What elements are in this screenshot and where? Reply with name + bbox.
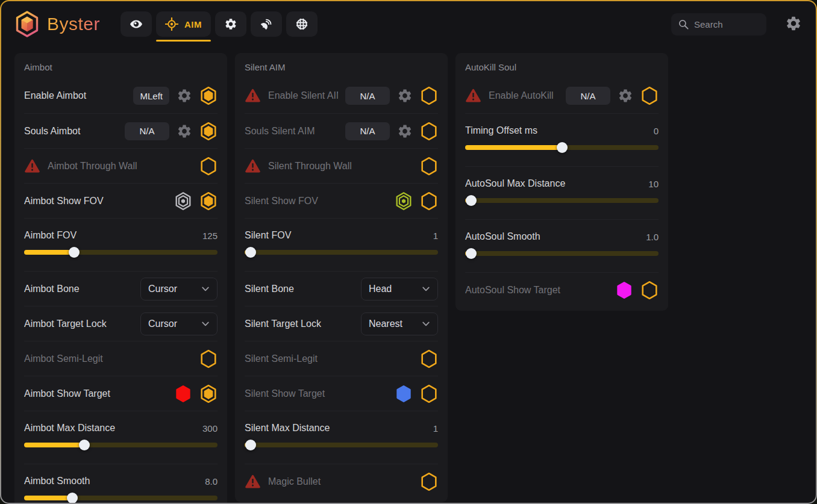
panel-title: AutoKill Soul: [465, 53, 659, 78]
slider-thumb[interactable]: [245, 247, 256, 258]
search-box[interactable]: [671, 13, 766, 36]
gear-icon[interactable]: [397, 123, 413, 139]
gear-icon[interactable]: [618, 88, 633, 104]
setting-row-souls-aimbot: Souls Aimbot N/A: [24, 113, 218, 148]
setting-label: Aimbot Show Target: [24, 388, 167, 399]
slider-thumb[interactable]: [466, 195, 477, 206]
aimbot-bone-select[interactable]: Cursor: [140, 278, 218, 300]
keybind-button[interactable]: N/A: [125, 122, 169, 140]
nav-visuals-button[interactable]: [121, 11, 152, 37]
silent-target-lock-select[interactable]: Nearest: [361, 313, 438, 335]
slider-value: 125: [202, 231, 218, 241]
gear-icon[interactable]: [397, 88, 413, 104]
autokill-soul-panel: AutoKill Soul Enable AutoKill N/A Timing…: [455, 53, 668, 311]
setting-label: Aimbot Max Distance: [24, 423, 202, 434]
setting-label: AutoSoul Max Distance: [465, 178, 648, 189]
silent-fov-slider[interactable]: [245, 247, 438, 258]
hex-toggle-off[interactable]: [199, 349, 218, 369]
setting-label: Aimbot Target Lock: [24, 319, 133, 329]
aimbot-fov-slider[interactable]: [24, 247, 218, 258]
hex-toggle-off[interactable]: [420, 349, 438, 369]
topbar: Byster AIM: [1, 1, 816, 47]
silent-aim-panel: Silent AIM Enable Silent AIM N/A Souls S…: [235, 53, 448, 502]
setting-row-aimbot-show-target: Aimbot Show Target: [24, 376, 218, 411]
warning-icon: [245, 159, 261, 173]
setting-row-silent-fov: Silent FOV 1: [245, 218, 438, 271]
hex-toggle-on[interactable]: [199, 86, 218, 105]
warning-icon: [465, 89, 481, 103]
color-swatch[interactable]: [174, 384, 192, 403]
select-value: Cursor: [148, 284, 198, 294]
search-input[interactable]: [694, 19, 760, 30]
setting-row-aimbot-smooth: Aimbot Smooth 8.0: [24, 464, 218, 503]
chevron-down-icon: [422, 285, 430, 293]
window-inner: Byster AIM: [1, 1, 816, 503]
brand-logo-icon: [14, 10, 40, 38]
hex-toggle-off[interactable]: [420, 384, 438, 403]
keybind-button[interactable]: N/A: [345, 87, 390, 105]
setting-row-enable-silent-aim: Enable Silent AIM N/A: [245, 78, 438, 113]
app-window: Byster AIM: [0, 0, 817, 504]
nav-aim-label: AIM: [184, 19, 202, 30]
satellite-icon: [260, 17, 273, 31]
color-swatch[interactable]: [615, 281, 633, 300]
setting-row-autosoul-show-target: AutoSoul Show Target: [465, 272, 659, 307]
color-swatch[interactable]: [174, 191, 192, 211]
warning-icon: [245, 89, 261, 103]
select-value: Cursor: [148, 319, 198, 329]
silent-bone-select[interactable]: Head: [361, 278, 438, 300]
hex-toggle-on[interactable]: [199, 191, 218, 211]
hex-toggle-off[interactable]: [199, 157, 218, 176]
aimbot-target-lock-select[interactable]: Cursor: [140, 313, 218, 335]
setting-label: Aimbot Through Wall: [48, 161, 192, 172]
keybind-button[interactable]: MLeft: [133, 87, 169, 105]
setting-label: Silent Semi-Legit: [245, 353, 413, 364]
global-settings-button[interactable]: [784, 15, 803, 33]
slider-thumb[interactable]: [557, 142, 568, 153]
brand-name: Byster: [47, 14, 100, 34]
hex-toggle-off[interactable]: [420, 191, 438, 211]
nav-aim-tab[interactable]: AIM: [156, 11, 211, 37]
gear-icon[interactable]: [177, 123, 192, 139]
slider-thumb[interactable]: [69, 247, 80, 258]
hex-toggle-on[interactable]: [199, 122, 218, 141]
color-swatch[interactable]: [395, 191, 413, 211]
slider-value: 8.0: [205, 476, 218, 487]
aimbot-smooth-slider[interactable]: [24, 493, 218, 503]
gear-icon: [785, 15, 802, 32]
autosoul-max-distance-slider[interactable]: [465, 195, 659, 206]
timing-offset-slider[interactable]: [465, 142, 659, 153]
aimbot-max-distance-slider[interactable]: [24, 440, 218, 450]
nav-misc-button[interactable]: [286, 11, 318, 37]
slider-thumb[interactable]: [245, 440, 256, 450]
setting-label: AutoSoul Smooth: [465, 231, 646, 242]
autosoul-smooth-slider[interactable]: [465, 248, 659, 259]
keybind-button[interactable]: N/A: [566, 87, 610, 105]
setting-label: Souls Aimbot: [24, 126, 117, 137]
slider-thumb[interactable]: [67, 493, 78, 503]
search-icon: [678, 19, 689, 30]
hex-toggle-off[interactable]: [420, 472, 438, 491]
setting-label: Enable Aimbot: [24, 90, 126, 101]
setting-label: Silent FOV: [245, 230, 433, 241]
nav-settings-button[interactable]: [215, 11, 246, 37]
hex-toggle-off[interactable]: [640, 86, 659, 105]
setting-row-silent-max-distance: Silent Max Distance 1: [245, 411, 438, 464]
slider-value: 1.0: [646, 232, 659, 242]
nav-radar-button[interactable]: [251, 11, 282, 37]
setting-row-autosoul-smooth: AutoSoul Smooth 1.0: [465, 219, 659, 272]
hex-toggle-off[interactable]: [420, 157, 438, 176]
keybind-button[interactable]: N/A: [345, 122, 390, 140]
slider-value: 10: [648, 179, 659, 189]
hex-toggle-on[interactable]: [199, 384, 218, 403]
slider-thumb[interactable]: [466, 248, 477, 259]
setting-label: AutoSoul Show Target: [465, 285, 608, 296]
silent-max-distance-slider[interactable]: [245, 440, 438, 450]
setting-row-silent-semi-legit: Silent Semi-Legit: [245, 341, 438, 376]
gear-icon[interactable]: [177, 88, 192, 104]
hex-toggle-off[interactable]: [420, 86, 438, 105]
hex-toggle-off[interactable]: [420, 122, 438, 141]
slider-thumb[interactable]: [79, 440, 90, 450]
hex-toggle-off[interactable]: [640, 281, 659, 300]
color-swatch[interactable]: [395, 384, 413, 403]
